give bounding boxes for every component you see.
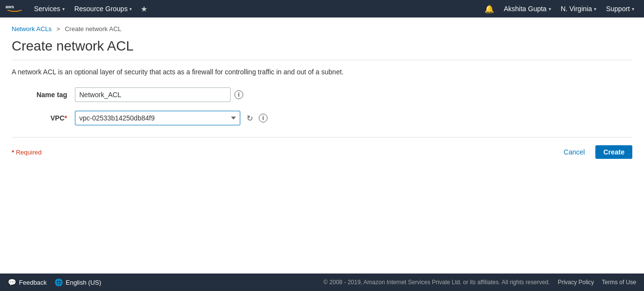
region-menu[interactable]: N. Virginia ▾ xyxy=(556,0,601,17)
name-tag-label: Name tag xyxy=(12,91,75,99)
main-content: Network ACLs > Create network ACL Create… xyxy=(0,17,644,274)
name-tag-input[interactable] xyxy=(75,87,231,102)
support-chevron-icon: ▾ xyxy=(632,6,634,12)
name-tag-info-icon[interactable]: i xyxy=(234,90,243,99)
region-label: N. Virginia xyxy=(561,5,592,13)
resource-groups-chevron-icon: ▾ xyxy=(129,6,132,12)
required-note: * Required xyxy=(12,149,41,156)
region-chevron-icon: ▾ xyxy=(594,6,596,12)
bell-icon[interactable]: 🔔 xyxy=(480,4,499,14)
vpc-info-icon[interactable]: i xyxy=(259,114,268,122)
terms-link[interactable]: Terms of Use xyxy=(602,279,636,286)
vpc-select[interactable]: vpc-02533b14250db84f9 xyxy=(75,111,240,125)
breadcrumb-separator: > xyxy=(56,25,60,33)
create-button[interactable]: Create xyxy=(595,145,632,159)
privacy-policy-link[interactable]: Privacy Policy xyxy=(558,279,594,286)
vpc-label: VPC* xyxy=(12,114,75,122)
resource-groups-label: Resource Groups xyxy=(74,5,128,13)
form-footer: * Required Cancel Create xyxy=(12,137,632,159)
bookmarks-icon[interactable]: ★ xyxy=(137,4,151,14)
page-title: Create network ACL xyxy=(12,38,632,60)
create-acl-form: Name tag i VPC* vpc-02533b14250db84f9 ↻ … xyxy=(12,87,632,159)
svg-text:aws: aws xyxy=(5,4,14,9)
resource-groups-menu[interactable]: Resource Groups ▾ xyxy=(70,0,137,17)
cancel-button[interactable]: Cancel xyxy=(558,145,591,159)
language-selector[interactable]: English (US) xyxy=(54,278,101,286)
name-tag-row: Name tag i xyxy=(12,87,632,102)
aws-logo[interactable]: aws xyxy=(5,3,24,15)
user-menu[interactable]: Akshita Gupta ▾ xyxy=(499,0,556,17)
globe-icon xyxy=(54,278,63,286)
refresh-icon[interactable]: ↻ xyxy=(244,113,255,123)
language-label: English (US) xyxy=(66,279,101,286)
top-nav: aws Services ▾ Resource Groups ▾ ★ 🔔 Aks… xyxy=(0,0,644,17)
services-chevron-icon: ▾ xyxy=(62,6,65,12)
services-menu[interactable]: Services ▾ xyxy=(29,0,70,17)
feedback-button[interactable]: Feedback xyxy=(8,278,47,286)
feedback-icon xyxy=(8,278,16,286)
breadcrumb-current: Create network ACL xyxy=(65,25,121,33)
services-label: Services xyxy=(34,5,60,13)
vpc-row: VPC* vpc-02533b14250db84f9 ↻ i xyxy=(12,111,632,125)
copyright-text: © 2008 - 2019, Amazon Internet Services … xyxy=(323,279,550,286)
bottom-right: © 2008 - 2019, Amazon Internet Services … xyxy=(323,279,636,286)
feedback-label: Feedback xyxy=(19,279,47,286)
breadcrumb: Network ACLs > Create network ACL xyxy=(12,25,632,33)
bottom-bar: Feedback English (US) © 2008 - 2019, Ama… xyxy=(0,274,644,291)
page-description: A network ACL is an optional layer of se… xyxy=(12,68,632,76)
breadcrumb-parent-link[interactable]: Network ACLs xyxy=(12,25,52,33)
vpc-required-star: * xyxy=(65,114,67,122)
action-buttons: Cancel Create xyxy=(558,145,632,159)
support-menu[interactable]: Support ▾ xyxy=(601,0,639,17)
support-label: Support xyxy=(606,5,630,13)
bottom-left: Feedback English (US) xyxy=(8,278,101,286)
user-chevron-icon: ▾ xyxy=(549,6,551,12)
user-label: Akshita Gupta xyxy=(504,5,547,13)
